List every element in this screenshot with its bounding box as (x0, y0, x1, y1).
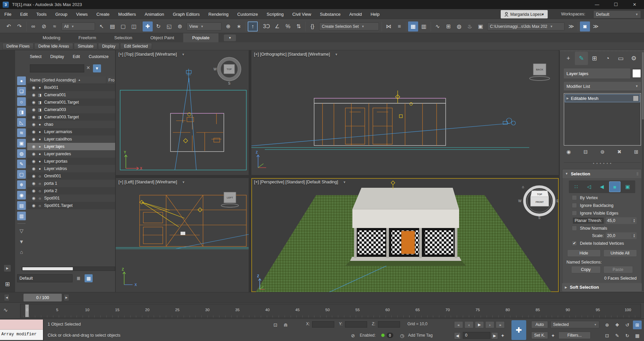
explorer-menu-select[interactable]: Select (30, 54, 42, 59)
minimize-button[interactable]: — (588, 0, 606, 9)
rollout-splitter[interactable]: ● ● ● ● ● ● (564, 162, 641, 164)
copy-button[interactable]: Copy (571, 266, 601, 273)
list-item[interactable]: ◉☼porta 1 (27, 180, 115, 187)
selection-filter-dropdown[interactable]: All▼ (61, 22, 95, 31)
selection-lock-icon[interactable]: ⋒ (284, 322, 288, 328)
coord-system-dropdown[interactable]: View▼ (187, 22, 221, 31)
visibility-eye-icon[interactable]: ◉ (32, 137, 35, 141)
checkbox-ignore-visible-edges[interactable] (572, 211, 577, 216)
play-button[interactable]: ▶ (475, 321, 484, 328)
display-tab-icon[interactable]: ▭ (614, 52, 627, 65)
ribbon-tab-selection[interactable]: Selection (105, 33, 141, 42)
visibility-eye-icon[interactable]: ◉ (32, 174, 35, 178)
add-time-tag[interactable]: Add Time Tag (408, 333, 433, 338)
go-to-end-button[interactable]: » (496, 321, 505, 328)
object-name-field[interactable]: Layer:lajes (564, 68, 630, 78)
viewport-layout-tab-icon[interactable]: ⊞ (3, 280, 12, 288)
listener-script-pane[interactable]: Array modifier (0, 330, 43, 340)
next-frame-arrow[interactable]: ▶ (64, 294, 69, 301)
list-item[interactable]: ◉☼Spot001.Target (27, 202, 115, 209)
track-bar-ruler[interactable]: 0510152025303540455055606570758085909510… (20, 304, 641, 318)
ribbon-minimize-button[interactable]: ▼ (224, 35, 236, 41)
checkbox-by-vertex[interactable] (572, 195, 577, 200)
soft-selection-rollout-header[interactable]: ▶ Soft Selection (562, 283, 642, 291)
per-view-filter-icon[interactable]: ▼ (335, 53, 338, 56)
spinner-snap-icon[interactable]: ⇅ (294, 21, 304, 32)
ribbon-tab-modeling[interactable]: Modeling (34, 33, 69, 42)
panel-scrollbar[interactable] (642, 52, 644, 291)
layer-explorer-toggle-icon[interactable]: ▥ (419, 21, 429, 32)
visibility-eye-icon[interactable]: ◉ (32, 115, 35, 119)
scrollbar-thumb[interactable] (22, 267, 73, 270)
filter-selection-sets-icon[interactable]: ▥ (17, 212, 26, 220)
visibility-eye-icon[interactable]: ◉ (32, 181, 35, 186)
menu-animation[interactable]: Animation (140, 9, 168, 19)
select-object-icon[interactable]: ↖ (97, 21, 107, 32)
visibility-eye-icon[interactable]: ◉ (32, 159, 35, 164)
viewport-layout-icon[interactable]: ▦ (633, 331, 642, 340)
per-view-filter-icon[interactable]: ▼ (182, 180, 185, 184)
menu-customize[interactable]: Customize (233, 9, 262, 19)
pin-stack-icon[interactable]: ◉ (566, 149, 571, 155)
key-selection-dropdown[interactable]: Selected▼ (550, 321, 599, 328)
visibility-eye-icon[interactable]: ◉ (32, 107, 35, 112)
x-coordinate-field[interactable] (312, 321, 334, 328)
menu-help[interactable]: Help (366, 9, 384, 19)
filter-icon[interactable]: ▼ (17, 237, 26, 246)
ribbon-tab-populate[interactable]: Populate (183, 33, 218, 42)
select-manipulate-icon[interactable]: ∗ (234, 21, 244, 32)
list-item[interactable]: ◉●Layer:vidros (27, 165, 115, 172)
key-filters-button[interactable]: Filters... (558, 332, 591, 339)
ribbon-subtab-define-idle-areas[interactable]: Define Idle Areas (34, 43, 73, 50)
hierarchy-tab-icon[interactable]: ⊞ (588, 52, 601, 65)
list-item[interactable]: ◉●Layer:armarios (27, 128, 115, 135)
key-mode-icon[interactable]: ✦ (501, 333, 505, 338)
time-slider-thumb[interactable]: 0 / 100 (23, 294, 62, 301)
visibility-eye-icon[interactable]: ◉ (32, 203, 35, 208)
visibility-eye-icon[interactable]: ◉ (32, 152, 35, 156)
menu-rendering[interactable]: Rendering (204, 9, 233, 19)
frame-back-button[interactable]: ◀ (454, 332, 461, 339)
clear-search-icon[interactable]: ✕ (86, 65, 90, 70)
rect-selection-region-icon[interactable]: ▢ (118, 21, 128, 32)
spinner-field-planarthresh[interactable]: 45,0▲▼ (606, 217, 637, 224)
visibility-eye-icon[interactable]: ◉ (32, 129, 35, 134)
layers-stack-icon[interactable]: ≣ (75, 274, 83, 282)
explorer-menu-edit[interactable]: Edit (73, 54, 80, 59)
search-filter-button[interactable]: ▼ (93, 64, 101, 72)
roll-view-icon[interactable]: ↻ (623, 331, 632, 340)
viewport-label-text[interactable]: [+] [Left] [Standard] [Wireframe] (118, 180, 177, 184)
menu-edit[interactable]: Edit (16, 9, 32, 19)
list-item[interactable]: ◉●Layer:lajes (27, 143, 115, 150)
list-item[interactable]: ◉☼Spot001 (27, 194, 115, 202)
menu-views[interactable]: Views (72, 9, 92, 19)
more-render-chevron-icon[interactable]: ≫ (591, 21, 601, 32)
viewcube-back-label[interactable]: BACK (536, 68, 543, 71)
container-box-icon[interactable]: ⌂ (17, 247, 26, 256)
edit-named-sets-icon[interactable]: {} (307, 21, 317, 32)
checkbox-ignore-backfacing[interactable] (572, 203, 577, 208)
selection-set-dropdown[interactable]: Create Selection Set▼ (319, 22, 379, 31)
list-item[interactable]: ◉●Layer:portas (27, 158, 115, 165)
material-editor-icon[interactable]: ◍ (454, 21, 464, 32)
filter-materials-icon[interactable]: ▤ (17, 201, 26, 210)
select-place-icon[interactable]: ⊚ (175, 21, 185, 32)
filter-config-icon[interactable]: ▽ (17, 227, 26, 235)
filter-spacewarps-icon[interactable]: ≋ (17, 128, 26, 137)
enabled-indicator[interactable] (381, 334, 385, 337)
object-color-swatch[interactable] (632, 69, 641, 78)
viewport-label-text[interactable]: [+] [Orthographic] [Standard] [Wireframe… (254, 52, 330, 57)
menu-file[interactable]: File (0, 9, 16, 19)
time-slider[interactable]: ◀ 0 / 100 ▶ (0, 292, 644, 302)
render-icon[interactable]: ◙ (580, 21, 590, 32)
expand-icon[interactable]: ▶ (566, 97, 569, 100)
list-item[interactable]: ◉◨Camera003 (27, 106, 115, 113)
viewcube-front-face[interactable]: FRONT (536, 201, 544, 203)
polygon-subobject-icon[interactable]: ■ (609, 181, 621, 192)
menu-tools[interactable]: Tools (32, 9, 51, 19)
explorer-grid-mode-icon[interactable]: ▦ (85, 274, 93, 282)
list-item[interactable]: ◉●Box001 (27, 84, 115, 91)
menu-substance[interactable]: Substance (315, 9, 345, 19)
explorer-hscrollbar[interactable] (22, 267, 115, 271)
visibility-eye-icon[interactable]: ◉ (32, 100, 35, 105)
